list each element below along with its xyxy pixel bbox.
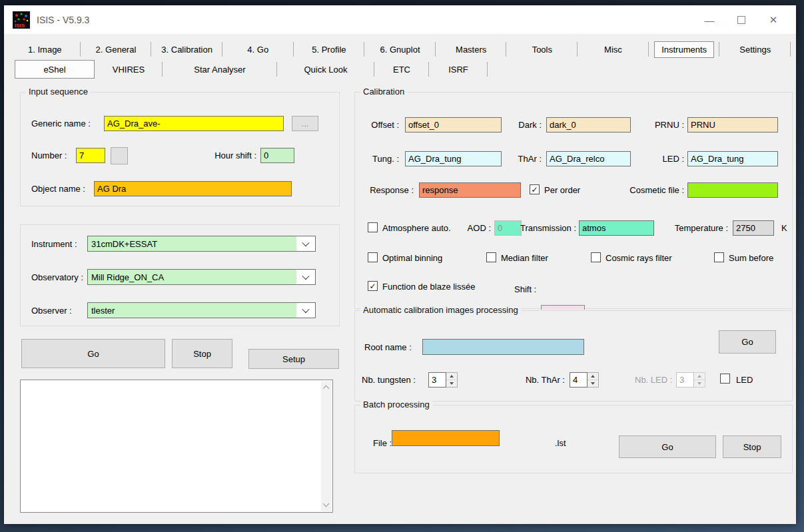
tab-go[interactable]: 4. Go [222, 40, 294, 59]
tab-profile[interactable]: 5. Profile [294, 40, 365, 59]
kelvin-label: K [781, 223, 787, 233]
tab-instruments[interactable]: Instruments [649, 40, 720, 59]
tungsten-input[interactable]: AG_Dra_tung [405, 151, 502, 166]
tab-general[interactable]: 2. General [81, 40, 152, 59]
log-textarea[interactable] [20, 380, 333, 513]
object-name-input[interactable]: AG Dra [94, 181, 292, 196]
root-name-input[interactable] [422, 339, 584, 355]
tab-tools[interactable]: Tools [506, 40, 578, 59]
cosmetic-file-input[interactable] [687, 182, 778, 198]
batch-go-button[interactable]: Go [619, 435, 716, 458]
tab-gnuplot[interactable]: 6. Gnuplot [364, 40, 436, 59]
batch-processing-group: Batch processing File : .lst Go Stop [354, 405, 793, 473]
shift-field-partial[interactable] [541, 305, 585, 310]
blaze-label: Function de blaze lissée [382, 282, 475, 292]
median-filter-label: Median filter [501, 253, 548, 263]
shift-label: Shift : [514, 284, 536, 294]
thar-input[interactable]: AG_Dra_relco [546, 151, 631, 166]
minimize-button[interactable]: — [693, 7, 725, 33]
tab-misc[interactable]: Misc [578, 40, 649, 59]
spin-down-icon[interactable] [588, 380, 598, 387]
led-file-input[interactable]: AG_Dra_tung [687, 151, 778, 166]
per-order-checkbox[interactable]: ✓ [530, 184, 540, 194]
svg-text:ISIS: ISIS [15, 23, 25, 29]
app-window: ISIS ISIS - V5.9.3 — ✕ 1. Image 2. Gener… [4, 5, 796, 524]
hour-shift-label: Hour shift : [206, 150, 256, 160]
dark-label: Dark : [488, 120, 542, 130]
tab-image[interactable]: 1. Image [9, 40, 81, 59]
response-input[interactable]: response [419, 182, 521, 198]
instrument-tab-bar: eShel VHIRES Star Analyser Quick Look ET… [15, 60, 488, 79]
spin-up-icon[interactable] [446, 373, 457, 380]
prnu-input[interactable]: PRNU [687, 117, 778, 133]
thar-label: ThAr : [488, 154, 542, 164]
number-aux-button[interactable] [111, 147, 128, 164]
spin-down-icon[interactable] [446, 380, 457, 387]
tab-vhires[interactable]: VHIRES [95, 60, 163, 79]
led-checkbox[interactable] [720, 374, 730, 384]
tab-isrf[interactable]: ISRF [429, 60, 488, 79]
nb-thar-spinner[interactable]: 4 [570, 372, 599, 388]
prnu-label: PRNU : [628, 120, 684, 130]
observatory-select[interactable]: Mill Ridge_ON_CA [87, 269, 316, 285]
observatory-label: Observatory : [31, 272, 83, 282]
tab-etc[interactable]: ETC [374, 60, 429, 79]
atmosphere-auto-checkbox[interactable] [368, 222, 378, 232]
temperature-input[interactable]: 2750 [733, 220, 774, 236]
object-name-label: Object name : [31, 184, 85, 194]
transmission-input[interactable]: atmos [579, 220, 654, 236]
calibration-group: Calibration Offset : offset_0 Dark : dar… [354, 92, 793, 309]
go-button[interactable]: Go [21, 339, 165, 368]
log-scrollbar[interactable] [321, 381, 332, 511]
led-checkbox-label: LED [736, 375, 753, 385]
observer-select[interactable]: tlester [87, 302, 316, 318]
transmission-label: Transmission : [515, 223, 576, 233]
auto-go-button[interactable]: Go [719, 330, 776, 354]
optimal-binning-checkbox[interactable] [368, 252, 378, 262]
sum-before-checkbox[interactable] [714, 252, 724, 262]
response-label: Response : [355, 185, 414, 195]
setup-button[interactable]: Setup [248, 349, 339, 369]
auto-calibration-group: Automatic calibration images processing … [354, 310, 793, 401]
hour-shift-input[interactable]: 0 [260, 148, 294, 163]
tab-calibration[interactable]: 3. Calibration [151, 40, 222, 59]
nb-led-spinner: 3 [676, 372, 705, 388]
batch-stop-button[interactable]: Stop [723, 435, 781, 458]
aod-label: AOD : [462, 223, 491, 233]
cosmic-rays-label: Cosmic rays filter [605, 253, 672, 263]
title-bar: ISIS ISIS - V5.9.3 — ✕ [4, 5, 796, 35]
median-filter-checkbox[interactable] [486, 252, 496, 262]
spin-up-icon [694, 373, 705, 380]
number-input[interactable]: 7 [76, 148, 105, 163]
offset-input[interactable]: offset_0 [405, 117, 502, 133]
app-icon: ISIS [13, 11, 30, 29]
browse-button[interactable]: ... [292, 116, 318, 131]
cosmetic-file-label: Cosmetic file : [621, 185, 684, 195]
maximize-button[interactable] [725, 7, 757, 33]
tab-eshel[interactable]: eShel [15, 60, 95, 79]
scroll-up-icon[interactable] [323, 386, 330, 392]
dark-input[interactable]: dark_0 [546, 117, 631, 133]
tab-settings[interactable]: Settings [719, 40, 791, 59]
maximize-icon [737, 16, 745, 24]
input-sequence-group: Input sequence Generic name : AG_Dra_ave… [20, 92, 340, 206]
blaze-checkbox[interactable]: ✓ [368, 281, 378, 291]
scroll-down-icon[interactable] [323, 501, 330, 507]
nb-tungsten-spinner[interactable]: 3 [428, 372, 458, 388]
minimize-icon: — [705, 15, 715, 26]
close-button[interactable]: ✕ [757, 7, 789, 33]
tab-masters[interactable]: Masters [436, 40, 507, 59]
cosmic-rays-checkbox[interactable] [591, 252, 601, 262]
observer-label: Observer : [31, 306, 72, 316]
tab-quick-look[interactable]: Quick Look [277, 60, 374, 79]
generic-name-input[interactable]: AG_Dra_ave- [104, 116, 284, 131]
file-input[interactable] [392, 430, 500, 446]
instrument-group: Instrument : 31cmDK+ESSAT Observatory : … [20, 224, 340, 326]
file-label: File : [373, 438, 392, 448]
batch-processing-title: Batch processing [360, 399, 432, 409]
spin-up-icon[interactable] [588, 373, 598, 380]
instrument-select[interactable]: 31cmDK+ESSAT [87, 236, 316, 252]
stop-button[interactable]: Stop [172, 339, 232, 368]
optimal-binning-label: Optimal binning [382, 253, 442, 263]
tab-star-analyser[interactable]: Star Analyser [163, 60, 277, 79]
